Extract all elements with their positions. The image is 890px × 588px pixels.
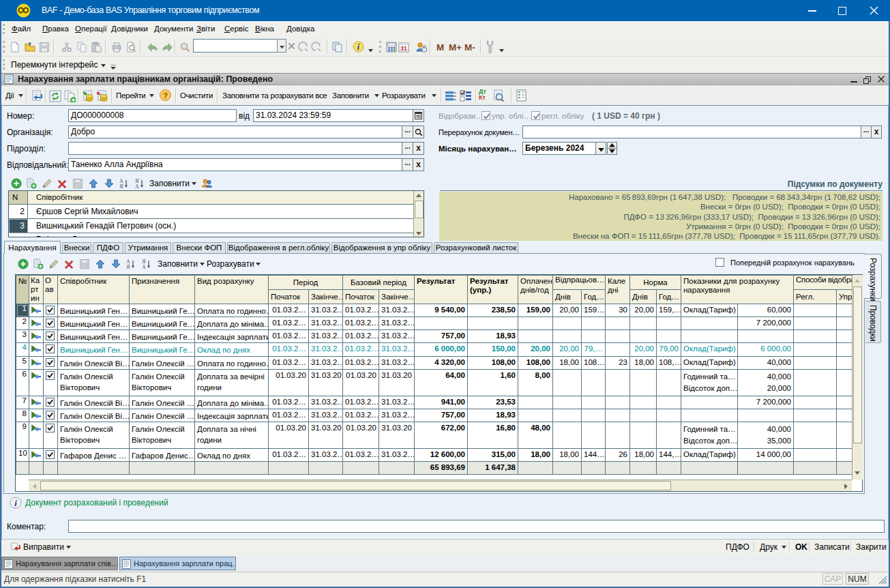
svg-text:?: ? [163, 91, 168, 100]
svg-text:Я: Я [126, 264, 130, 269]
svg-text:ОК: ОК [83, 265, 87, 269]
svg-text:А: А [135, 183, 139, 189]
svg-text:А: А [142, 264, 146, 269]
svg-text:ОК: ОК [76, 184, 80, 188]
svg-text:31: 31 [400, 45, 407, 52]
svg-text:Я: Я [119, 183, 123, 189]
svg-text:i: i [14, 498, 17, 508]
